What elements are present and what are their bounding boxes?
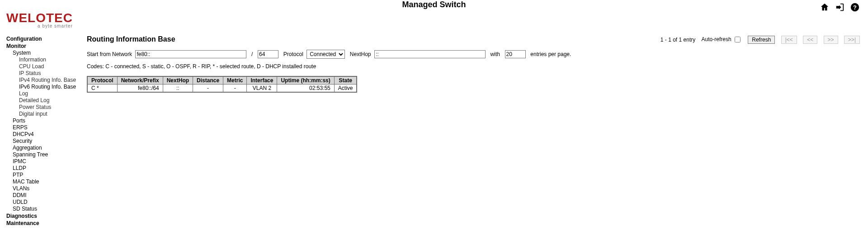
table-row: C *fe80::/64::--VLAN 202:53:55Active — [87, 85, 357, 93]
page-title: Managed Switch — [0, 0, 868, 9]
cell-uptime: 02:53:55 — [277, 85, 334, 93]
nav-ddmi[interactable]: DDMI — [6, 192, 87, 199]
page-first-button[interactable]: |<< — [781, 36, 797, 44]
nav-udld[interactable]: UDLD — [6, 199, 87, 206]
col-state: State — [334, 76, 357, 85]
cell-metric: - — [223, 85, 247, 93]
page-last-button[interactable]: >>| — [844, 36, 860, 44]
with-label: with — [491, 51, 500, 57]
nav-system-ip-status[interactable]: IP Status — [6, 70, 87, 77]
col-interface: Interface — [247, 76, 277, 85]
nav-security[interactable]: Security — [6, 138, 87, 145]
nav-aggregation[interactable]: Aggregation — [6, 145, 87, 151]
home-icon[interactable] — [820, 2, 830, 12]
page-prev-button[interactable]: << — [803, 36, 817, 44]
cell-protocol: C * — [87, 85, 117, 93]
codes-legend: Codes: C - connected, S - static, O - OS… — [87, 63, 860, 70]
nav-ptp[interactable]: PTP — [6, 172, 87, 179]
cell-nexthop: :: — [163, 85, 193, 93]
brand-logo: WELOTEC a byte smarter — [6, 11, 73, 28]
nexthop-input[interactable] — [374, 50, 486, 58]
protocol-select[interactable]: Connected — [307, 50, 345, 59]
nav-dhcpv4[interactable]: DHCPv4 — [6, 131, 87, 138]
entries-suffix: entries per page. — [530, 51, 571, 57]
help-icon[interactable]: ? — [850, 2, 860, 12]
prefix-input[interactable] — [258, 50, 278, 58]
rib-table: Protocol Network/Prefix NextHop Distance… — [87, 76, 357, 93]
logout-icon[interactable] — [835, 2, 845, 12]
nav-diagnostics[interactable]: Diagnostics — [6, 213, 87, 220]
nav-system-information[interactable]: Information — [6, 56, 87, 63]
refresh-button[interactable]: Refresh — [748, 36, 775, 44]
svg-text:?: ? — [853, 4, 857, 11]
nav-vlans[interactable]: VLANs — [6, 185, 87, 192]
nav-system-power-status[interactable]: Power Status — [6, 104, 87, 111]
cell-network: fe80::/64 — [117, 85, 163, 93]
nav-spanning-tree[interactable]: Spanning Tree — [6, 151, 87, 158]
cell-distance: - — [193, 85, 223, 93]
col-protocol: Protocol — [87, 76, 117, 85]
col-distance: Distance — [193, 76, 223, 85]
col-metric: Metric — [223, 76, 247, 85]
col-uptime: Uptime (hh:mm:ss) — [277, 76, 334, 85]
nav-system-ipv6-rib[interactable]: IPv6 Routing Info. Base — [6, 84, 87, 90]
nav-sd-status[interactable]: SD Status — [6, 206, 87, 212]
slash-label: / — [251, 51, 253, 57]
nav-system[interactable]: System — [6, 50, 87, 56]
entries-input[interactable] — [505, 50, 526, 58]
nav-configuration[interactable]: Configuration — [6, 36, 87, 42]
start-network-label: Start from Network — [87, 51, 132, 57]
nav-tree: Configuration Monitor System Information… — [0, 27, 87, 227]
cell-interface: VLAN 2 — [247, 85, 277, 93]
page-next-button[interactable]: >> — [824, 36, 838, 44]
col-network: Network/Prefix — [117, 76, 163, 85]
nav-mac-table[interactable]: MAC Table — [6, 179, 87, 185]
nav-system-cpu-load[interactable]: CPU Load — [6, 63, 87, 70]
col-nexthop: NextHop — [163, 76, 193, 85]
auto-refresh-label: Auto-refresh — [702, 36, 731, 42]
protocol-label: Protocol — [283, 51, 303, 57]
nav-erps[interactable]: ERPS — [6, 124, 87, 131]
cell-state: Active — [334, 85, 357, 93]
entry-counter: 1 - 1 of 1 entry — [660, 37, 695, 43]
nav-monitor[interactable]: Monitor — [6, 43, 87, 50]
nav-ports[interactable]: Ports — [6, 117, 87, 124]
nav-maintenance[interactable]: Maintenance — [6, 220, 87, 227]
nexthop-label: NextHop — [350, 51, 371, 57]
nav-system-log[interactable]: Log — [6, 90, 87, 97]
auto-refresh-checkbox[interactable] — [735, 37, 741, 42]
nav-system-detailed-log[interactable]: Detailed Log — [6, 97, 87, 104]
nav-system-digital-input[interactable]: Digital input — [6, 111, 87, 117]
network-input[interactable] — [135, 50, 246, 58]
nav-lldp[interactable]: LLDP — [6, 165, 87, 172]
filter-bar: Start from Network / Protocol Connected … — [87, 50, 860, 59]
nav-ipmc[interactable]: IPMC — [6, 158, 87, 165]
nav-system-ipv4-rib[interactable]: IPv4 Routing Info. Base — [6, 77, 87, 84]
